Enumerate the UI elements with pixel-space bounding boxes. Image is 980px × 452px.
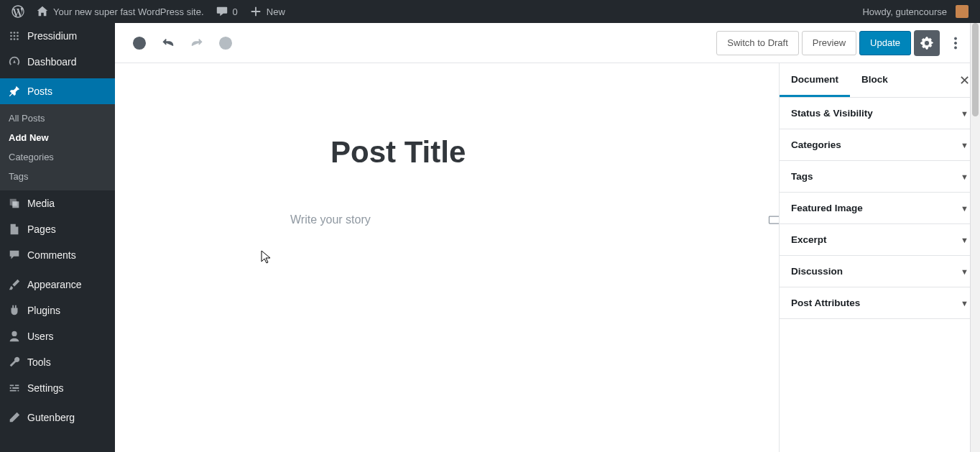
admin-bar: Your new super fast WordPress site. 0 Ne… <box>0 0 980 23</box>
panel-excerpt[interactable]: Excerpt▼ <box>780 224 980 256</box>
svg-point-11 <box>954 37 956 40</box>
kebab-icon <box>948 35 963 51</box>
image-block-icon[interactable] <box>767 213 779 227</box>
sidebar-item-label: Comments <box>27 249 76 261</box>
pressidium-icon <box>7 29 22 43</box>
preview-button[interactable]: Preview <box>802 31 856 55</box>
undo-button[interactable] <box>155 30 181 56</box>
plus-circle-icon <box>131 35 147 51</box>
chevron-down-icon: ▼ <box>961 236 969 244</box>
svg-point-13 <box>954 46 956 48</box>
site-name-link[interactable]: Your new super fast WordPress site. <box>30 0 210 23</box>
svg-point-5 <box>17 35 19 37</box>
user-icon <box>7 329 22 343</box>
tab-block[interactable]: Block <box>850 63 900 97</box>
svg-point-1 <box>14 32 16 34</box>
editor: Switch to Draft Preview Update Post Titl… <box>115 23 980 452</box>
chevron-down-icon: ▼ <box>961 172 969 181</box>
story-placeholder[interactable]: Write your story <box>290 213 371 226</box>
posts-submenu: All Posts Add New Categories Tags <box>0 104 115 190</box>
chevron-down-icon: ▼ <box>961 141 969 149</box>
sidebar-item-label: Gutenberg <box>27 412 75 423</box>
scrollbar-thumb[interactable] <box>972 23 979 116</box>
sidebar-item-posts[interactable]: Posts <box>0 78 115 104</box>
sidebar-item-pressidium[interactable]: Pressidium <box>0 23 115 49</box>
svg-rect-14 <box>769 216 780 223</box>
sidebar-item-label: Tools <box>27 356 51 368</box>
sidebar-item-tools[interactable]: Tools <box>0 349 115 375</box>
sidebar-item-label: Settings <box>27 382 64 394</box>
sidebar-item-label: Media <box>27 198 55 209</box>
svg-point-3 <box>10 35 12 37</box>
comments-icon <box>7 248 22 262</box>
sidebar-item-label: Posts <box>27 86 52 97</box>
pin-icon <box>7 84 22 98</box>
howdy-text: Howdy, gutencourse <box>862 6 947 17</box>
howdy-link[interactable]: Howdy, gutencourse <box>856 0 974 23</box>
sidebar-item-plugins[interactable]: Plugins <box>0 298 115 323</box>
sidebar-item-media[interactable]: Media <box>0 190 115 216</box>
dashboard-icon <box>7 55 22 69</box>
info-button[interactable] <box>213 30 239 56</box>
comment-icon <box>216 5 228 18</box>
editor-canvas[interactable]: Post Title Write your story <box>115 63 779 452</box>
post-title-text: Post Title <box>330 135 779 170</box>
submenu-tags[interactable]: Tags <box>0 167 115 186</box>
panel-categories[interactable]: Categories▼ <box>780 129 980 161</box>
svg-point-7 <box>14 38 16 40</box>
sidebar-item-comments[interactable]: Comments <box>0 242 115 268</box>
inline-block-icons <box>767 213 779 227</box>
submenu-categories[interactable]: Categories <box>0 147 115 167</box>
submenu-add-new[interactable]: Add New <box>0 128 115 147</box>
svg-point-4 <box>14 35 16 37</box>
panel-post-attributes[interactable]: Post Attributes▼ <box>780 287 980 319</box>
new-link[interactable]: New <box>244 0 291 23</box>
media-icon <box>7 196 22 211</box>
panel-featured-image[interactable]: Featured Image▼ <box>780 193 980 224</box>
home-icon <box>36 5 49 18</box>
svg-point-2 <box>17 32 19 34</box>
sidebar-item-appearance[interactable]: Appearance <box>0 272 115 298</box>
sidebar-item-label: Users <box>27 331 54 342</box>
plus-icon <box>249 5 262 18</box>
svg-point-12 <box>954 42 956 44</box>
scrollbar[interactable] <box>970 23 980 452</box>
panel-discussion[interactable]: Discussion▼ <box>780 256 980 287</box>
sidebar-item-pages[interactable]: Pages <box>0 216 115 242</box>
sidebar-item-gutenberg[interactable]: Gutenberg <box>0 405 115 430</box>
sidebar-item-label: Pressidium <box>27 30 77 42</box>
wp-logo[interactable] <box>6 0 30 23</box>
settings-tabs: Document Block ✕ <box>780 63 980 98</box>
panel-tags[interactable]: Tags▼ <box>780 161 980 193</box>
brush-icon <box>7 277 22 292</box>
chevron-down-icon: ▼ <box>961 204 969 213</box>
settings-toggle-button[interactable] <box>914 30 940 56</box>
switch-to-draft-button[interactable]: Switch to Draft <box>716 31 799 55</box>
submenu-all-posts[interactable]: All Posts <box>0 109 115 128</box>
tab-document[interactable]: Document <box>780 63 850 97</box>
wrench-icon <box>7 355 22 369</box>
undo-icon <box>160 35 176 51</box>
avatar <box>956 5 969 18</box>
redo-button[interactable] <box>184 30 210 56</box>
admin-sidebar: Pressidium Dashboard Posts All Posts Add… <box>0 23 115 452</box>
svg-point-8 <box>17 38 19 40</box>
sidebar-item-users[interactable]: Users <box>0 323 115 349</box>
sidebar-item-label: Dashboard <box>27 56 77 68</box>
update-button[interactable]: Update <box>859 31 911 55</box>
sidebar-item-dashboard[interactable]: Dashboard <box>0 49 115 75</box>
editor-header: Switch to Draft Preview Update <box>115 23 980 63</box>
sidebar-item-settings[interactable]: Settings <box>0 375 115 401</box>
sidebar-item-label: Plugins <box>27 305 60 316</box>
settings-panel: Document Block ✕ Status & Visibility▼ Ca… <box>779 63 980 452</box>
sliders-icon <box>7 381 22 395</box>
panel-status[interactable]: Status & Visibility▼ <box>780 98 980 129</box>
sidebar-item-label: Appearance <box>27 279 82 290</box>
add-block-button[interactable] <box>126 30 152 56</box>
svg-point-6 <box>10 38 12 40</box>
comments-link[interactable]: 0 <box>210 0 244 23</box>
post-title-input[interactable]: Post Title <box>330 135 779 170</box>
chevron-down-icon: ▼ <box>961 267 969 276</box>
wordpress-icon <box>11 5 24 18</box>
more-menu-button[interactable] <box>943 30 969 56</box>
